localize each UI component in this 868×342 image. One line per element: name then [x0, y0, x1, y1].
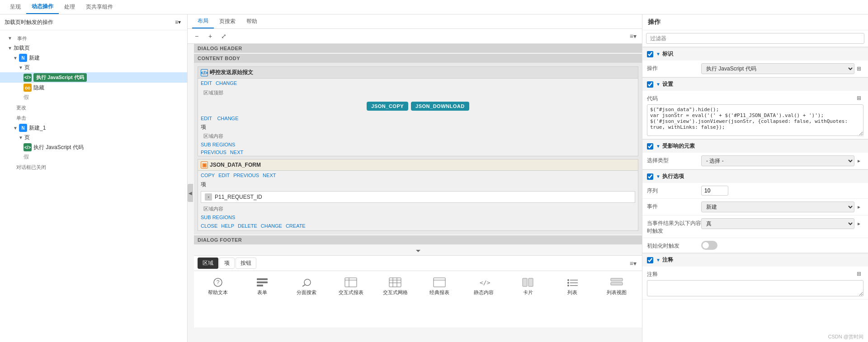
canvas-menu-icon[interactable]: ≡▾: [628, 32, 638, 41]
settings-code-textarea[interactable]: $("#json_data").hide(); var jsonStr = ev…: [647, 104, 863, 136]
form-icon: [255, 277, 269, 288]
tree-item-page[interactable]: ▼ 页: [0, 63, 187, 72]
left-panel-menu-icon[interactable]: ≡▾: [173, 18, 183, 26]
affected-type-expand-icon[interactable]: ▸: [854, 156, 863, 165]
identity-action-select[interactable]: 执行 JavaScript 代码: [701, 63, 854, 74]
ir-label: 交互式报表: [339, 289, 363, 296]
tree-item-dialog[interactable]: 对话框已关闭: [0, 162, 187, 172]
json-download-btn[interactable]: JSON_DOWNLOAD: [411, 102, 469, 111]
region1-change-link[interactable]: CHANGE: [216, 80, 237, 86]
sub-regions-link1[interactable]: SUB REGIONS: [201, 142, 235, 147]
nav-item-shared[interactable]: 页共享组件: [80, 0, 118, 14]
r2-delete-link[interactable]: DELETE: [238, 223, 257, 229]
palette-tab-region[interactable]: 区域: [198, 258, 218, 269]
tree-item-new[interactable]: ▼ N 新建: [0, 53, 187, 63]
notes-checkbox[interactable]: [647, 257, 653, 263]
tree-item-execute-js2[interactable]: </> 执行 JavaScript 代码: [0, 142, 187, 152]
r2-close-link[interactable]: CLOSE: [201, 223, 217, 229]
palette-item-form[interactable]: 表单: [242, 275, 283, 298]
tree-item-false[interactable]: 假: [0, 93, 187, 102]
r2-copy-link[interactable]: COPY: [201, 173, 215, 178]
palette-item-listview[interactable]: 列表视图: [596, 275, 637, 298]
right-search-input[interactable]: [646, 33, 864, 44]
region1-item-link[interactable]: EDIT: [201, 116, 212, 121]
tree-item-execute-js[interactable]: </> 执行 JavaScript 代码: [0, 72, 187, 83]
notes-header[interactable]: ▼ 注释: [642, 253, 868, 267]
tree-item-false2[interactable]: 假: [0, 152, 187, 162]
palette-tabs: 区域 项 按钮: [198, 258, 256, 269]
palette-item-ir[interactable]: 交互式报表: [330, 275, 371, 298]
execution-event-expand-icon[interactable]: ▸: [854, 202, 863, 211]
execution-trigger-select[interactable]: 真: [701, 218, 854, 229]
settings-header[interactable]: ▼ 设置: [642, 78, 868, 91]
next-link1[interactable]: NEXT: [230, 150, 243, 155]
p11-item-row[interactable]: ▪ P11_REQUEST_ID: [201, 191, 635, 203]
region1-change-link2[interactable]: CHANGE: [217, 116, 238, 121]
nav-item-view[interactable]: 呈现: [5, 0, 26, 14]
dialog-footer-section: DIALOG FOOTER: [194, 235, 642, 244]
execution-seq-input[interactable]: [701, 186, 728, 196]
center-tab-search[interactable]: 页搜索: [214, 15, 241, 28]
r2-next-link[interactable]: NEXT: [263, 173, 276, 178]
palette-item-card[interactable]: 卡片: [508, 275, 548, 298]
execution-trigger-expand-icon[interactable]: ▸: [854, 219, 863, 228]
settings-title: 设置: [662, 80, 673, 88]
new1-label: 新建_1: [29, 124, 46, 132]
r2-prev-link[interactable]: PREVIOUS: [233, 173, 259, 178]
palette-tab-button[interactable]: 按钮: [236, 258, 256, 269]
zoom-in-btn[interactable]: +: [205, 31, 216, 42]
tree-item-new1[interactable]: ▼ N 新建_1: [0, 123, 187, 133]
tree-item-click[interactable]: 单击: [0, 112, 187, 123]
content-body-label: CONTENT BODY: [194, 54, 642, 63]
tree-item-events[interactable]: ▼ 事件: [0, 33, 187, 43]
prev-link1[interactable]: PREVIOUS: [201, 150, 226, 155]
affected-checkbox[interactable]: [647, 143, 653, 150]
palette-item-help[interactable]: ? 帮助文本: [198, 275, 238, 298]
tree-item-load[interactable]: ▼ 加载页: [0, 43, 187, 53]
palette-item-faceted-search[interactable]: 分面搜索: [286, 275, 327, 298]
collapse-arrow[interactable]: ◀: [188, 184, 193, 202]
r2-create-link[interactable]: CREATE: [286, 223, 306, 229]
palette-item-ig[interactable]: 交互式网格: [375, 275, 415, 298]
r2-help-link[interactable]: HELP: [221, 223, 234, 229]
expand-down-area[interactable]: [194, 245, 642, 255]
classic-label: 经典报表: [429, 289, 449, 296]
center-tab-layout[interactable]: 布局: [192, 14, 214, 28]
center-tab-help[interactable]: 帮助: [241, 15, 263, 28]
affected-type-select[interactable]: - 选择 -: [701, 155, 854, 166]
nav-item-process[interactable]: 处理: [59, 0, 80, 14]
notes-textarea[interactable]: [647, 280, 863, 296]
execution-event-select[interactable]: 新建: [701, 201, 854, 212]
affected-header[interactable]: ▼ 受影响的元素: [642, 140, 868, 153]
palette-tab-item[interactable]: 项: [219, 258, 235, 269]
palette-item-classic[interactable]: 经典报表: [419, 275, 460, 298]
region1-edit-link[interactable]: EDIT: [201, 80, 212, 86]
r2-edit-link[interactable]: EDIT: [218, 173, 230, 178]
sub-regions-link2[interactable]: SUB REGIONS: [201, 215, 235, 220]
tree-item-hide[interactable]: oo 隐藏: [0, 83, 187, 93]
zoom-out-btn[interactable]: −: [191, 31, 202, 42]
palette-item-list[interactable]: 列表: [552, 275, 593, 298]
settings-checkbox[interactable]: [647, 81, 653, 88]
nav-item-dynamic[interactable]: 动态操作: [26, 0, 59, 14]
identity-header[interactable]: ▼ 标识: [642, 47, 868, 61]
json-copy-btn[interactable]: JSON_COPY: [367, 102, 408, 111]
affected-type-value: - 选择 - ▸: [701, 155, 863, 166]
palette-menu-icon[interactable]: ≡▾: [628, 259, 638, 268]
palette-item-static[interactable]: </> 静态内容: [463, 275, 504, 298]
events-label: 事件: [14, 34, 31, 42]
r2-change-link[interactable]: CHANGE: [261, 223, 282, 229]
page2-label: 页: [24, 134, 30, 141]
tree-item-page2[interactable]: ▼ 页: [0, 133, 187, 142]
identity-checkbox[interactable]: [647, 51, 653, 57]
expand-btn[interactable]: ⤢: [218, 31, 229, 42]
notes-expand-icon2[interactable]: ⊞: [854, 269, 863, 278]
execution-header[interactable]: ▼ 执行选项: [642, 170, 868, 183]
execution-init-toggle[interactable]: [701, 241, 717, 250]
execution-checkbox[interactable]: [647, 173, 653, 180]
tree-item-change[interactable]: 更改: [0, 102, 187, 112]
bottom-palette: 区域 项 按钮 ≡▾ ? 帮助文本: [194, 255, 642, 328]
right-section-notes: ▼ 注释 注释 ⊞: [642, 253, 868, 300]
identity-action-expand-icon[interactable]: ⊞: [854, 64, 863, 73]
settings-code-expand-icon[interactable]: ⊞: [854, 94, 863, 103]
